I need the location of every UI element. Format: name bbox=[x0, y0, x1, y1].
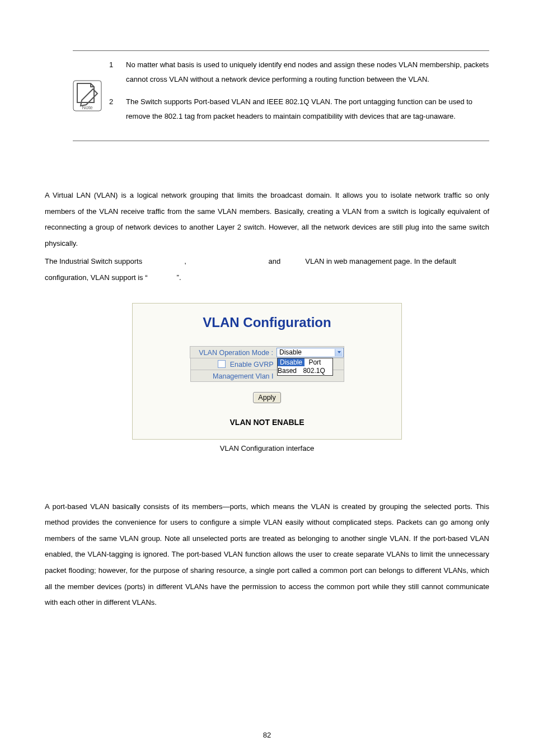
row-management-vlan: Management Vlan I bbox=[133, 370, 401, 382]
text-sep: , bbox=[184, 257, 188, 265]
label-enable-gvrp: Enable GVRP bbox=[190, 358, 277, 370]
row-operation-mode: VLAN Operation Mode : Disable Disable Po… bbox=[133, 346, 401, 358]
apply-row: Apply bbox=[133, 392, 401, 403]
note-label: Note bbox=[82, 105, 92, 110]
note-icon: Note bbox=[73, 80, 102, 111]
vlan-config-panel: VLAN Configuration VLAN Operation Mode :… bbox=[132, 303, 402, 440]
vlan-not-enable-text: VLAN NOT ENABLE bbox=[133, 418, 401, 427]
note-block: Note 1 No matter what basis is used to u… bbox=[73, 50, 489, 141]
text-sep: and bbox=[269, 257, 283, 265]
figure-vlan-config: VLAN Configuration VLAN Operation Mode :… bbox=[45, 303, 489, 440]
note-text: The Switch supports Port-based VLAN and … bbox=[126, 95, 489, 124]
select-value: Disable bbox=[279, 348, 302, 356]
label-operation-mode: VLAN Operation Mode : bbox=[190, 346, 277, 358]
note-number: 2 bbox=[109, 95, 126, 124]
text-fragment: The Industrial Switch supports bbox=[45, 257, 144, 265]
panel-title: VLAN Configuration bbox=[133, 315, 401, 330]
label-text: Enable GVRP bbox=[230, 361, 274, 368]
text-fragment: ”. bbox=[177, 273, 181, 282]
paragraph-port-based: A port-based VLAN basically consists of … bbox=[45, 499, 489, 611]
note-number: 1 bbox=[109, 58, 126, 87]
option-8021q[interactable]: 802.1Q bbox=[301, 367, 327, 375]
select-operation-mode[interactable]: Disable Disable Port Based 802.1Q bbox=[277, 348, 344, 357]
note-list: 1 No matter what basis is used to unique… bbox=[104, 58, 489, 132]
note-icon-container: Note bbox=[73, 80, 104, 132]
apply-button[interactable]: Apply bbox=[253, 392, 280, 403]
section-heading-vlan-config: 5.13 VLAN configuration bbox=[45, 169, 489, 178]
text-gvrp: GVRP bbox=[283, 257, 303, 265]
option-disable[interactable]: Disable bbox=[278, 358, 305, 366]
note-item: 2 The Switch supports Port-based VLAN an… bbox=[109, 95, 489, 124]
note-item: 1 No matter what basis is used to unique… bbox=[109, 58, 489, 87]
text-port-based: Port-based bbox=[144, 257, 182, 265]
figure-caption: VLAN Configuration interface bbox=[45, 444, 489, 452]
page-number: 82 bbox=[0, 731, 534, 739]
paragraph-vlan-modes: The Industrial Switch supports Port-base… bbox=[45, 254, 489, 286]
section-heading-port-based: 5.13.1 Port-based VLAN bbox=[45, 480, 489, 489]
cell-operation-mode: Disable Disable Port Based 802.1Q bbox=[277, 346, 344, 358]
text-disable: disable bbox=[149, 273, 175, 282]
dropdown-options: Disable Port Based 802.1Q bbox=[277, 358, 333, 376]
paragraph-vlan-intro: A Virtual LAN (VLAN) is a logical networ… bbox=[45, 188, 489, 251]
chevron-down-icon[interactable] bbox=[335, 349, 343, 356]
checkbox-enable-gvrp[interactable] bbox=[218, 360, 226, 368]
row-enable-gvrp: Enable GVRP bbox=[133, 358, 401, 370]
label-management-vlan: Management Vlan I bbox=[190, 370, 277, 382]
text-8021q: 802.1Q (tagged-based) bbox=[189, 257, 266, 265]
note-text: No matter what basis is used to uniquely… bbox=[126, 58, 489, 87]
